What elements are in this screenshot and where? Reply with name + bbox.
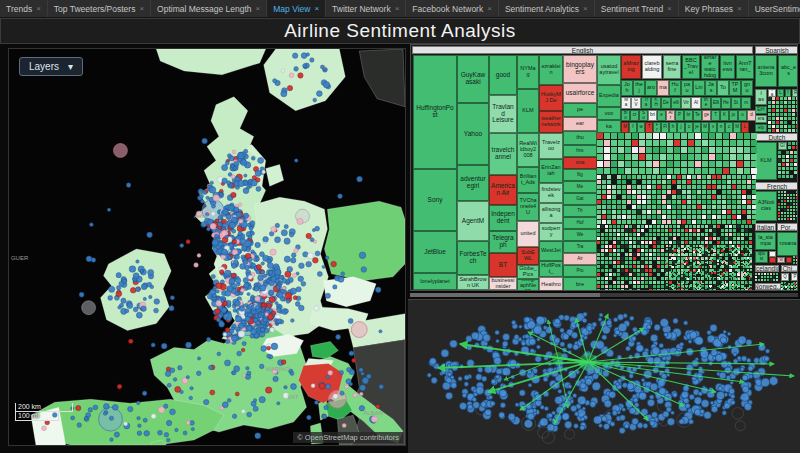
treemap-cell[interactable] [669,254,671,256]
treemap-cell[interactable] [720,257,722,259]
treemap-cell[interactable] [687,257,689,259]
treemap-cell[interactable] [629,233,632,236]
map-canvas[interactable]: AmstGUERMARINOVATALBAN [9,49,405,445]
treemap-cell[interactable] [712,190,716,194]
treemap-cell[interactable] [629,261,632,264]
treemap-cell[interactable] [662,210,666,214]
treemap-cell[interactable] [607,220,611,224]
treemap-cell[interactable] [744,254,746,256]
treemap-cell[interactable] [621,233,624,236]
treemap-cell[interactable] [711,257,713,259]
treemap-cell[interactable] [611,140,617,146]
treemap-cell[interactable] [597,261,600,264]
treemap-cell[interactable]: good [489,55,517,95]
treemap-cell[interactable] [713,229,716,232]
treemap-cell[interactable] [717,272,719,274]
tab-close-icon[interactable]: × [737,4,742,13]
treemap-cell[interactable] [605,277,608,280]
treemap-cell[interactable] [690,254,692,256]
treemap-cell[interactable] [705,287,707,289]
treemap-cell[interactable] [796,262,798,264]
treemap-cell[interactable]: Heathro [539,277,563,291]
treemap-cell[interactable] [749,237,752,240]
treemap-cell[interactable] [661,277,664,280]
treemap-cell[interactable] [741,260,743,262]
treemap-cell[interactable] [669,278,671,280]
treemap-cell[interactable] [776,97,779,100]
treemap-cell[interactable] [622,175,626,179]
treemap-cell[interactable] [613,273,616,276]
treemap-cell[interactable] [747,260,749,262]
treemap-cell[interactable] [747,248,749,250]
layers-dropdown[interactable]: Layers ▾ [19,57,83,76]
treemap-cell[interactable] [617,210,621,214]
treemap-cell[interactable] [682,175,686,179]
treemap-cell[interactable] [649,225,652,228]
treemap-cell[interactable] [741,272,743,274]
treemap-cell[interactable] [649,241,652,244]
treemap-cell[interactable] [782,286,784,288]
treemap-cell[interactable] [678,260,680,262]
treemap-cell[interactable] [652,185,656,189]
treemap-cell[interactable]: e [657,110,666,121]
treemap-cell[interactable]: ge [702,110,711,121]
treemap-cell[interactable] [641,269,644,272]
treemap-cell[interactable] [778,212,780,214]
treemap-cell[interactable] [646,154,652,160]
treemap-cell[interactable] [780,113,783,116]
treemap-cell[interactable] [747,263,749,265]
treemap-cell[interactable] [696,284,698,286]
treemap-cell[interactable] [776,113,779,116]
treemap-cell[interactable] [784,203,786,205]
treemap-cell[interactable] [717,225,720,228]
treemap-cell[interactable] [685,225,688,228]
treemap-cell[interactable] [637,215,641,219]
treemap-cell[interactable] [714,278,716,280]
treemap-cell[interactable] [641,233,644,236]
treemap-cell[interactable] [717,263,719,265]
treemap-cell[interactable] [673,241,676,244]
treemap-cell[interactable] [768,121,771,124]
treemap-cell[interactable] [609,225,612,228]
treemap-cell[interactable] [778,151,781,154]
treemap-cell[interactable] [742,180,746,184]
treemap-cell[interactable] [601,245,604,248]
treemap-cell[interactable] [737,133,743,139]
treemap-cell[interactable] [732,275,734,277]
treemap-cell[interactable] [692,215,696,219]
treemap-cell[interactable] [645,233,648,236]
treemap-cell[interactable] [687,278,689,280]
treemap-cell[interactable] [702,210,706,214]
treemap-cell[interactable] [681,168,687,174]
treemap-cell[interactable] [682,215,686,219]
treemap-cell[interactable] [618,140,624,146]
treemap-cell[interactable]: HuffPost_ [539,261,563,277]
treemap-cell[interactable] [714,290,716,291]
treemap-cell[interactable]: je [693,122,701,133]
treemap-cell[interactable] [790,159,793,162]
treemap-cell[interactable] [682,185,686,189]
treemap-cell[interactable] [672,190,676,194]
treemap-cell[interactable]: br [684,110,693,121]
treemap-cell[interactable] [767,279,769,281]
treemap-cell[interactable] [661,269,664,272]
treemap-cell[interactable] [711,248,713,250]
treemap-cell[interactable] [609,253,612,256]
treemap-cell[interactable] [665,225,668,228]
treemap-cell[interactable] [761,276,763,278]
treemap-cell[interactable] [681,140,687,146]
treemap-cell[interactable] [792,121,795,124]
treemap-cell[interactable] [732,185,736,189]
treemap-cell[interactable] [737,225,740,228]
treemap-cell[interactable] [653,161,659,167]
treemap-cell[interactable] [597,195,601,199]
treemap-cell[interactable] [785,286,787,288]
treemap-cell[interactable] [605,265,608,268]
treemap-cell[interactable]: Tra [563,241,597,253]
treemap-cell[interactable] [662,200,666,204]
treemap-cell[interactable]: o [738,110,747,121]
treemap-cell[interactable] [697,190,701,194]
treemap-cell[interactable] [701,237,704,240]
treemap-cell[interactable] [702,269,704,271]
treemap-cell[interactable] [720,275,722,277]
